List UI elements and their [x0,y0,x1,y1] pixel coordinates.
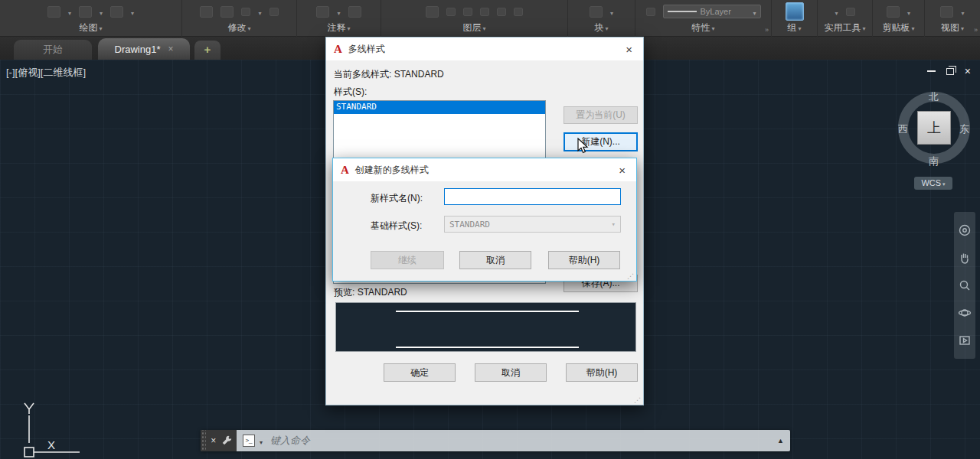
annotate-tool-icons [297,0,381,23]
autocad-logo-icon: A [341,164,349,177]
table-tool-icon[interactable] [348,6,361,18]
ok-button[interactable]: 确定 [384,363,456,382]
help-button[interactable]: 帮助(H) [566,363,638,382]
panel-label-properties[interactable]: 特性 [635,21,771,34]
utilities-tool-icons [818,0,872,23]
navigation-bar [954,212,975,359]
modify-tool-icons [182,0,296,23]
ribbon-panel-utilities: 实用工具 [818,0,873,37]
layer-off-icon[interactable] [497,8,506,16]
layer-isolate-icon[interactable] [463,8,472,16]
chevron-down-icon[interactable] [260,434,263,448]
command-expand-icon[interactable]: ▲ [777,437,784,444]
circle-tool-icon[interactable] [79,6,92,18]
stretch-tool-icon[interactable] [200,6,213,18]
multiline-style-titlebar[interactable]: A 多线样式 × [326,37,643,60]
chevron-down-icon[interactable] [610,5,613,18]
restore-icon[interactable] [946,68,954,75]
viewcube-top-face[interactable]: 上 [917,111,951,145]
panel-label-utilities[interactable]: 实用工具 [818,21,872,34]
base-style-value: STANDARD [449,220,490,230]
help-button[interactable]: 帮助(H) [548,251,620,269]
preview-line-top [396,311,579,312]
group-tool-icon-active[interactable] [786,2,804,21]
chevron-down-icon[interactable] [907,5,910,18]
command-close-icon[interactable]: × [211,435,216,446]
chevron-down-icon[interactable] [131,5,134,18]
panel-label-annotate[interactable]: 注释 [297,21,381,34]
viewcube-west[interactable]: 西 [898,122,908,136]
insert-block-icon[interactable] [590,6,603,18]
pan-hand-icon[interactable] [958,251,972,265]
style-preview-box [335,302,636,352]
steering-wheel-icon[interactable] [958,223,972,237]
continue-button: 继续 [371,251,444,269]
panel-label-block[interactable]: 块 [568,21,635,34]
layer-properties-icon[interactable] [426,6,439,18]
command-placeholder: 键入命令 [270,434,310,448]
paste-tool-icon[interactable] [887,6,900,18]
viewport-controls[interactable]: [-][俯视][二维线框] [6,66,86,80]
new-style-name-input[interactable] [444,188,621,205]
arc-tool-icon[interactable] [110,6,123,18]
command-prompt-icon[interactable] [243,435,255,447]
new-style-button[interactable]: 新建(N)... [564,132,638,151]
array-tool-icon[interactable] [241,8,250,16]
clipboard-tool-icons [873,0,924,23]
command-drag-handle[interactable] [201,430,206,451]
chevron-down-icon [753,5,756,18]
chevron-down-icon[interactable] [835,5,838,18]
viewcube-south[interactable]: 南 [929,155,939,168]
panel-expand-icon[interactable]: » [765,26,769,34]
close-icon[interactable]: × [965,67,971,75]
line-tool-icon[interactable] [47,6,60,18]
panel-label-modify[interactable]: 修改 [182,21,296,34]
view-tool-icon[interactable] [940,6,953,18]
tab-drawing1[interactable]: Drawing1* × [98,38,190,60]
chevron-down-icon[interactable] [68,5,71,18]
panel-label-draw[interactable]: 绘图 [0,21,181,34]
command-input[interactable]: 键入命令 ▲ [237,430,790,451]
create-style-dialog: A 创建新的多线样式 × 新样式名(N): 基础样式(S): STANDARD … [332,158,637,282]
new-style-name-label: 新样式名(N): [371,192,423,205]
viewcube-east[interactable]: 东 [959,122,969,136]
new-tab-button[interactable]: + [194,41,220,60]
close-icon[interactable]: × [622,43,635,56]
resize-grip-icon[interactable]: ⋰ [627,272,634,280]
tab-close-icon[interactable]: × [168,44,173,54]
mouse-cursor [576,138,591,155]
chevron-down-icon[interactable] [100,5,103,18]
list-item-standard[interactable]: STANDARD [334,101,545,114]
panel-label-groups[interactable]: 组 [772,21,817,34]
wrench-icon[interactable] [221,435,232,446]
chevron-down-icon[interactable] [961,5,964,18]
chevron-down-icon[interactable] [337,5,340,18]
wcs-dropdown[interactable]: WCS [914,177,952,190]
panel-label-layers[interactable]: 图层 [381,21,567,34]
fillet-tool-icon[interactable] [270,8,279,16]
close-icon[interactable]: × [616,164,629,177]
resize-grip-icon[interactable]: ⋰ [634,396,641,404]
chevron-down-icon[interactable] [258,5,261,18]
measure-tool-icon[interactable] [846,8,855,16]
panel-expand-icon[interactable]: » [974,26,978,34]
panel-label-clipboard[interactable]: 剪贴板 [873,21,924,34]
dialog-title: 创建新的多线样式 [355,164,609,177]
showmotion-icon[interactable] [958,334,972,347]
scale-tool-icon[interactable] [220,6,234,18]
linetype-dropdown[interactable]: ByLayer [663,5,761,18]
cancel-button[interactable]: 取消 [459,251,531,269]
layer-lock-icon[interactable] [514,8,523,16]
orbit-icon[interactable] [958,306,972,320]
layer-state-icon[interactable] [446,8,456,16]
cancel-button[interactable]: 取消 [475,363,547,382]
layer-freeze-icon[interactable] [480,8,489,16]
tab-start[interactable]: 开始 [14,40,92,60]
match-properties-icon[interactable] [646,8,655,16]
minimize-icon[interactable] [927,70,936,72]
panel-label-view[interactable]: 视图 [925,21,980,34]
viewcube-north[interactable]: 北 [929,90,939,104]
zoom-icon[interactable] [958,278,972,292]
text-tool-icon[interactable] [316,6,329,18]
create-style-titlebar[interactable]: A 创建新的多线样式 × [333,158,636,181]
